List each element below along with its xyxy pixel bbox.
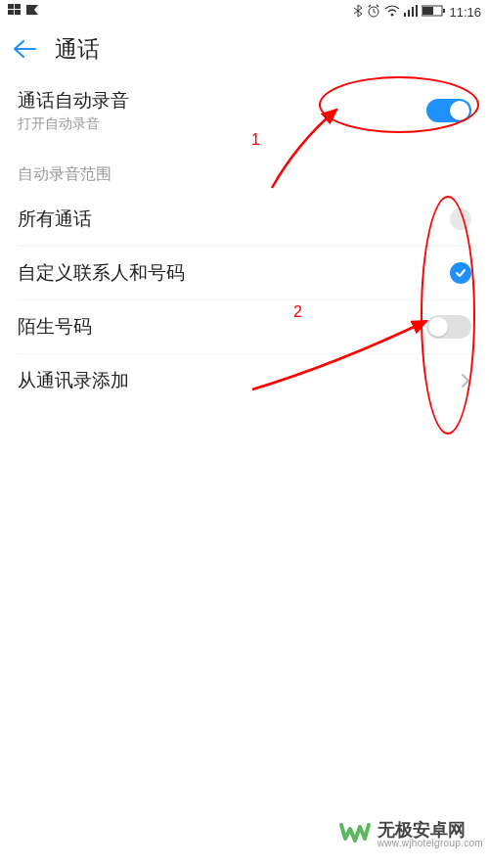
header-bar: 通话 — [0, 23, 489, 74]
unknown-numbers-row[interactable]: 陌生号码 — [0, 300, 489, 353]
chevron-right-icon — [460, 372, 471, 389]
custom-contacts-row[interactable]: 自定义联系人和号码 — [0, 247, 489, 299]
custom-contacts-radio[interactable] — [450, 262, 471, 284]
status-time: 11:16 — [449, 5, 481, 20]
battery-icon — [422, 5, 445, 20]
signal-icon — [404, 5, 418, 20]
notif-flag-icon — [25, 4, 39, 19]
svg-point-5 — [391, 13, 394, 16]
watermark-url: www.wjhotelgroup.com — [378, 839, 483, 848]
page-title: 通话 — [55, 34, 100, 65]
all-calls-label: 所有通话 — [18, 206, 92, 232]
watermark-name: 无极安卓网 — [378, 821, 483, 839]
bluetooth-icon — [353, 4, 363, 21]
all-calls-row[interactable]: 所有通话 — [0, 193, 489, 246]
auto-record-subtitle: 打开自动录音 — [18, 115, 129, 133]
status-bar: 11:16 — [0, 0, 489, 23]
unknown-numbers-toggle[interactable] — [426, 315, 471, 339]
svg-rect-8 — [412, 7, 414, 17]
svg-rect-12 — [443, 9, 445, 13]
svg-rect-1 — [15, 4, 21, 9]
svg-rect-11 — [422, 7, 433, 15]
svg-rect-3 — [15, 10, 21, 15]
all-calls-radio[interactable] — [450, 208, 471, 230]
notif-gallery-icon — [8, 4, 22, 19]
wifi-icon — [384, 5, 400, 20]
auto-record-row[interactable]: 通话自动录音 打开自动录音 — [0, 74, 489, 147]
watermark-logo-icon — [338, 819, 372, 850]
auto-record-toggle[interactable] — [426, 99, 471, 122]
unknown-numbers-label: 陌生号码 — [18, 314, 92, 340]
add-from-contacts-label: 从通讯录添加 — [18, 368, 129, 393]
back-icon[interactable] — [12, 39, 37, 59]
svg-rect-2 — [8, 10, 14, 15]
watermark: 无极安卓网 www.wjhotelgroup.com — [338, 819, 483, 850]
alarm-icon — [367, 4, 380, 21]
svg-rect-0 — [8, 4, 14, 9]
auto-record-title: 通话自动录音 — [18, 88, 129, 114]
add-from-contacts-row[interactable]: 从通讯录添加 — [0, 354, 489, 407]
svg-rect-7 — [408, 10, 410, 17]
svg-rect-9 — [416, 5, 418, 17]
svg-rect-6 — [404, 13, 406, 17]
scope-section-header: 自动录音范围 — [0, 147, 489, 193]
custom-contacts-label: 自定义联系人和号码 — [18, 260, 185, 286]
